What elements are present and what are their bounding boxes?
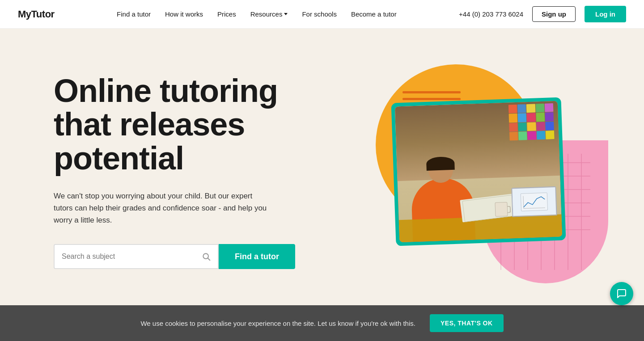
nav-item-find-tutor[interactable]: Find a tutor [117,10,151,18]
chevron-down-icon [284,13,288,15]
cookie-message: We use cookies to personalise your exper… [140,320,415,327]
nav-item-how-it-works[interactable]: How it works [165,10,203,18]
hero-left: Online tutoring that releases potential … [54,74,313,269]
svg-line-1 [208,258,210,261]
search-icon-wrap [202,252,211,261]
navbar: MyTutor Find a tutor How it works Prices… [0,0,644,29]
photo-frame [391,97,566,246]
cookie-accept-button[interactable]: YES, THAT'S OK [430,314,504,332]
signup-button[interactable]: Sign up [532,6,576,22]
nav-item-resources[interactable]: Resources [250,10,288,18]
nav-item-for-schools[interactable]: For schools [302,10,337,18]
search-icon [202,252,211,261]
search-input[interactable] [62,253,202,261]
nav-link-resources[interactable]: Resources [250,10,288,18]
nav-link-prices[interactable]: Prices [217,10,236,18]
search-input-wrap[interactable] [54,244,219,269]
cookie-banner: We use cookies to personalise your exper… [0,305,644,341]
hero-title: Online tutoring that releases potential [54,74,313,176]
login-button[interactable]: Log in [585,6,626,22]
hero-subtitle: We can't stop you worrying about your ch… [54,190,268,227]
logo[interactable]: MyTutor [18,8,55,20]
nav-link-find-tutor[interactable]: Find a tutor [117,10,151,18]
nav-link-become-tutor[interactable]: Become a tutor [351,10,397,18]
chat-icon [616,288,627,299]
phone-number: +44 (0) 203 773 6024 [459,10,523,18]
find-tutor-button[interactable]: Find a tutor [219,244,295,269]
nav-right: +44 (0) 203 773 6024 Sign up Log in [459,6,626,22]
hero-section: Online tutoring that releases potential … [0,29,644,315]
nav-links: Find a tutor How it works Prices Resourc… [117,10,397,18]
nav-item-become-tutor[interactable]: Become a tutor [351,10,397,18]
nav-link-for-schools[interactable]: For schools [302,10,337,18]
chat-button[interactable] [610,282,633,305]
photo-inner [395,101,562,243]
hero-illustration [358,55,608,288]
nav-item-prices[interactable]: Prices [217,10,236,18]
search-bar: Find a tutor [54,244,295,269]
svg-line-16 [523,196,524,208]
nav-link-how-it-works[interactable]: How it works [165,10,203,18]
svg-line-15 [524,207,545,208]
